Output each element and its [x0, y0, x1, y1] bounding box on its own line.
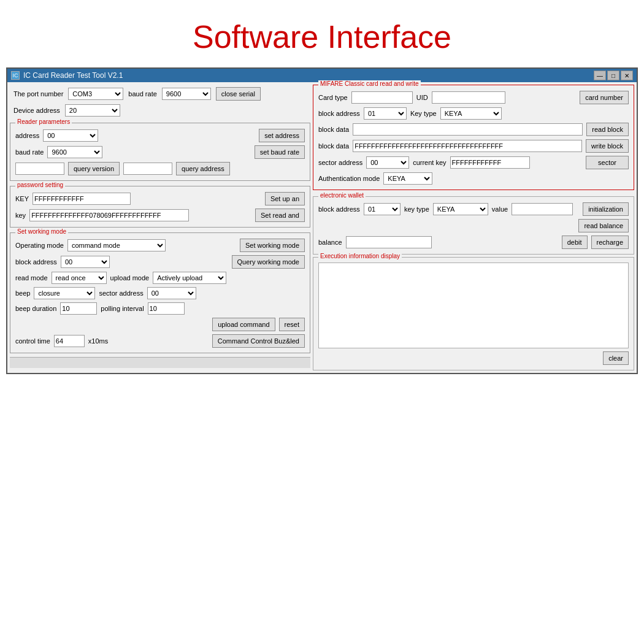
mifare-block-data2-row: block data write block [318, 139, 629, 153]
uid-input[interactable] [432, 91, 505, 104]
working-mode-group: Set working mode Operating mode command … [10, 232, 310, 353]
app-window: IC IC Card Reader Test Tool V2.1 — □ ✕ T… [6, 67, 638, 374]
version-input[interactable] [15, 163, 64, 175]
wallet-value-label: value [492, 205, 508, 213]
baud-rate-select[interactable]: 9600 [162, 88, 211, 100]
balance-input[interactable] [346, 236, 432, 248]
address-select[interactable]: 00 [43, 129, 98, 142]
clear-row: clear [318, 351, 629, 365]
reader-address-row: address 00 set address [15, 129, 305, 142]
card-type-input[interactable] [351, 91, 413, 104]
maximize-button[interactable]: □ [607, 71, 619, 80]
clear-button[interactable]: clear [603, 351, 629, 365]
control-time-input[interactable] [54, 335, 85, 347]
set-read-button[interactable]: Set read and [255, 209, 305, 222]
connection-row: The port number COM3 baud rate 9600 clos… [10, 85, 310, 103]
query-address-button[interactable]: query address [176, 162, 230, 175]
auth-mode-row: Authentication mode KEYA [318, 172, 629, 185]
app-icon: IC [11, 71, 20, 80]
device-address-select[interactable]: 20 [65, 104, 120, 117]
key2-row: key Set read and [15, 209, 305, 222]
port-select[interactable]: COM3 [68, 88, 123, 100]
operating-mode-label: Operating mode [15, 242, 64, 249]
mifare-sector-address-label: sector address [318, 159, 362, 166]
device-address-label: Device address [13, 107, 60, 114]
read-upload-row: read mode read once upload mode Actively… [15, 272, 305, 284]
wallet-balance-row: balance debit recharge [318, 236, 629, 249]
address-query-input[interactable] [123, 163, 172, 175]
sector-address-select[interactable]: 00 [147, 287, 196, 299]
operating-mode-row: Operating mode command mode Set working … [15, 239, 305, 252]
key2-label: key [15, 212, 26, 219]
wallet-section-label: electronic wallet [318, 192, 366, 199]
polling-interval-label: polling interval [101, 305, 144, 312]
card-type-label: Card type [318, 94, 348, 101]
upload-reset-row: upload command reset [15, 318, 305, 331]
set-address-button[interactable]: set address [259, 129, 305, 142]
set-up-button[interactable]: Set up an [265, 192, 305, 205]
upload-mode-select[interactable]: Actively upload [153, 272, 226, 284]
app-body: The port number COM3 baud rate 9600 clos… [7, 82, 637, 373]
auth-mode-select[interactable]: KEYA [383, 172, 432, 185]
control-time-unit: x10ms [88, 337, 108, 345]
execution-section: Execution information display clear [313, 257, 634, 370]
password-setting-label: password setting [15, 182, 65, 188]
port-label: The port number [13, 90, 63, 98]
set-baud-rate-button[interactable]: set baud rate [255, 145, 305, 159]
mifare-section: MIFARE Classic card read and write Card … [313, 85, 634, 190]
reader-baud-select[interactable]: 9600 [47, 146, 102, 158]
wallet-value-input[interactable] [512, 203, 573, 215]
beep-duration-label: beep duration [15, 305, 56, 312]
wallet-section: electronic wallet block address 01 key t… [313, 196, 634, 255]
execution-textarea[interactable] [318, 263, 629, 348]
left-panel: The port number COM3 baud rate 9600 clos… [10, 85, 310, 370]
read-block-button[interactable]: read block [586, 123, 629, 136]
key-label: KEY [15, 195, 29, 202]
sector-button[interactable]: sector [586, 156, 629, 169]
reset-button[interactable]: reset [279, 318, 305, 331]
title-bar-controls[interactable]: — □ ✕ [594, 71, 633, 80]
mifare-key-type-label: Key type [410, 110, 437, 117]
write-block-button[interactable]: write block [586, 139, 629, 153]
execution-section-label: Execution information display [318, 253, 402, 259]
set-working-mode-button[interactable]: Set working mode [240, 239, 305, 252]
mifare-block-data-input[interactable] [353, 123, 583, 136]
page-title: Software Interface [0, 0, 644, 67]
beep-duration-input[interactable] [60, 302, 97, 315]
debit-button[interactable]: debit [562, 236, 588, 249]
reader-baud-label: baud rate [15, 148, 44, 156]
upload-command-button[interactable]: upload command [212, 318, 275, 331]
beep-select[interactable]: closure [34, 287, 95, 299]
block-address-row: block address 00 Query working mode [15, 255, 305, 269]
wallet-block-address-select[interactable]: 01 [364, 203, 401, 215]
minimize-button[interactable]: — [594, 71, 606, 80]
block-address-select[interactable]: 00 [61, 256, 110, 268]
query-working-mode-button[interactable]: Query working mode [232, 255, 305, 269]
baud-rate-label: baud rate [128, 90, 156, 98]
mifare-block-address-select[interactable]: 01 [364, 107, 407, 120]
command-control-button[interactable]: Command Control Buz&led [212, 334, 305, 348]
right-panel: MIFARE Classic card read and write Card … [313, 85, 634, 370]
operating-mode-select[interactable]: command mode [67, 239, 166, 251]
query-version-button[interactable]: query version [68, 162, 120, 175]
reader-params-group: Reader parameters address 00 set address… [10, 123, 310, 181]
mifare-block-data2-input[interactable] [353, 140, 582, 152]
key-input[interactable] [33, 193, 131, 205]
current-key-input[interactable] [450, 156, 530, 169]
polling-interval-input[interactable] [148, 302, 185, 315]
block-address-label: block address [15, 258, 57, 266]
mifare-key-type-select[interactable]: KEYA [440, 107, 502, 120]
close-serial-button[interactable]: close serial [216, 87, 261, 101]
mifare-sector-address-select[interactable]: 00 [366, 156, 409, 169]
auth-mode-label: Authentication mode [318, 175, 380, 182]
key2-input[interactable] [29, 209, 189, 221]
read-mode-label: read mode [15, 274, 48, 282]
wallet-key-type-select[interactable]: KEYA [433, 203, 488, 215]
read-mode-select[interactable]: read once [52, 272, 107, 284]
close-button[interactable]: ✕ [621, 71, 633, 80]
beep-duration-row: beep duration polling interval [15, 302, 305, 315]
read-balance-button[interactable]: read balance [578, 219, 629, 232]
card-number-button[interactable]: card number [580, 91, 629, 104]
initialization-button[interactable]: initialization [583, 202, 629, 216]
recharge-button[interactable]: recharge [591, 236, 629, 249]
